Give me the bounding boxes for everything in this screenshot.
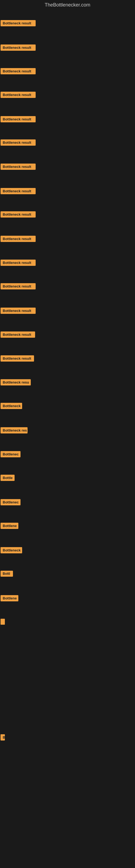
- bottleneck-item: Bottlenec: [1, 499, 20, 506]
- bottleneck-badge[interactable]: Bottleneck result: [1, 44, 36, 51]
- bottleneck-badge[interactable]: Bottleneck result: [1, 332, 35, 338]
- bottleneck-badge[interactable]: Bottleneck result: [1, 92, 36, 98]
- bottleneck-item: Bottleneck result: [1, 236, 36, 243]
- bottleneck-item: Bottleneck result: [1, 116, 36, 123]
- bottleneck-item: Bottlene: [1, 595, 18, 602]
- bottleneck-item: Bottleneck result: [1, 283, 36, 290]
- bottleneck-item: Bottleneck result: [1, 259, 36, 267]
- bottleneck-item-small: [1, 619, 5, 626]
- bottleneck-item: Bottl: [1, 571, 13, 578]
- bottleneck-badge[interactable]: Bottleneck result: [1, 211, 36, 218]
- bottleneck-item: Bottleneck result: [1, 92, 36, 99]
- bottleneck-badge-b[interactable]: B: [1, 734, 5, 741]
- bottleneck-item: Bottleneck res: [1, 427, 28, 435]
- bottleneck-badge[interactable]: Bottleneck result: [1, 308, 36, 314]
- bottleneck-item: Bottle: [1, 475, 14, 482]
- bottleneck-badge[interactable]: Bottleneck result: [1, 20, 36, 26]
- bottleneck-badge[interactable]: Bottl: [1, 571, 13, 577]
- bottleneck-item: Bottleneck result: [1, 68, 36, 75]
- bottleneck-badge[interactable]: Bottleneck result: [1, 188, 36, 194]
- bottleneck-item: Bottleneck result: [1, 20, 36, 27]
- bottleneck-item: Bottleneck result: [1, 211, 36, 219]
- bottleneck-item: Bottleneck result: [1, 163, 36, 171]
- bottleneck-item: Bottleneck result: [1, 308, 36, 315]
- bottleneck-item: Bottleneck result: [1, 332, 35, 339]
- bottleneck-badge[interactable]: Bottleneck result: [1, 163, 36, 170]
- bottleneck-item: Bottleneck resu: [1, 379, 31, 386]
- bottleneck-badge[interactable]: Bottleneck result: [1, 355, 34, 362]
- bottleneck-badge-tiny[interactable]: [1, 619, 5, 625]
- bottleneck-item: Bottlenec: [1, 451, 20, 458]
- bottleneck-item: Bottleneck result: [1, 140, 36, 147]
- bottleneck-badge[interactable]: Bottlenec: [1, 499, 20, 505]
- items-container: Bottleneck resultBottleneck resultBottle…: [0, 10, 135, 867]
- bottleneck-badge[interactable]: Bottleneck result: [1, 140, 36, 146]
- bottleneck-badge[interactable]: Bottleneck resu: [1, 379, 31, 385]
- bottleneck-badge[interactable]: Bottle: [1, 475, 14, 481]
- site-title: TheBottlenecker.com: [0, 0, 135, 10]
- bottleneck-item: Bottleneck: [1, 403, 22, 410]
- bottleneck-badge[interactable]: Bottleneck result: [1, 283, 36, 289]
- bottleneck-item: Bottleneck result: [1, 355, 34, 363]
- bottleneck-badge[interactable]: Bottlenec: [1, 451, 20, 457]
- bottleneck-badge[interactable]: Bottleneck result: [1, 259, 36, 266]
- bottleneck-badge[interactable]: Bottleneck result: [1, 236, 36, 242]
- bottleneck-badge[interactable]: Bottleneck: [1, 547, 22, 553]
- bottleneck-item: Bottleneck: [1, 547, 22, 554]
- bottleneck-badge[interactable]: Bottlene: [1, 595, 18, 601]
- bottleneck-badge[interactable]: Bottleneck result: [1, 116, 36, 122]
- bottleneck-badge[interactable]: Bottleneck res: [1, 427, 28, 433]
- bottleneck-item: Bottleneck result: [1, 188, 36, 195]
- bottleneck-badge[interactable]: Bottleneck result: [1, 68, 36, 74]
- bottleneck-badge[interactable]: Bottleneck: [1, 403, 22, 409]
- bottleneck-item-b: B: [1, 734, 5, 742]
- bottleneck-item: Bottleneck result: [1, 44, 36, 52]
- bottleneck-item: Bottlene: [1, 523, 18, 530]
- bottleneck-badge[interactable]: Bottlene: [1, 523, 18, 529]
